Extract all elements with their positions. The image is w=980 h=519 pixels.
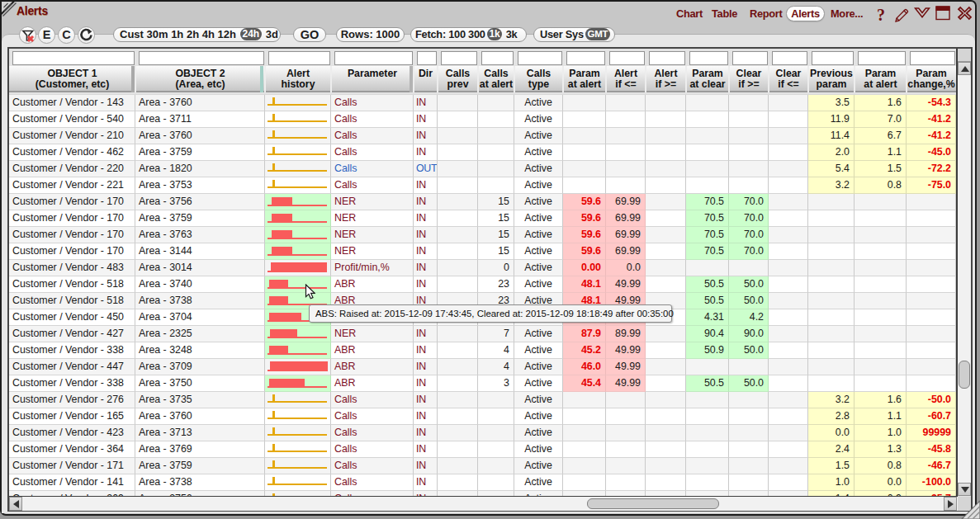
svg-text:?: ? <box>877 7 885 24</box>
